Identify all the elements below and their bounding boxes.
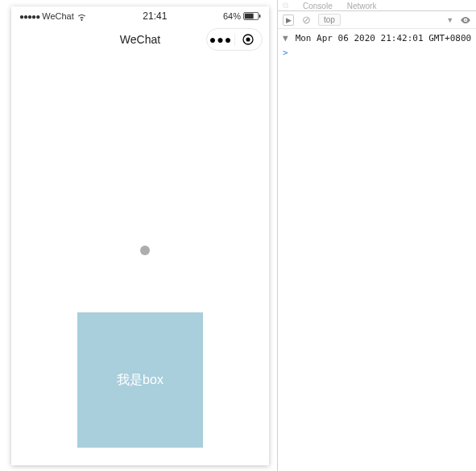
phone-simulator: ●●●●● WeChat 21:41 64% WeChat — [11, 6, 269, 465]
menu-button[interactable]: ●●● — [207, 33, 234, 46]
tab-console[interactable]: Console — [303, 2, 333, 10]
close-button[interactable] — [234, 33, 262, 46]
status-bar: ●●●●● WeChat 21:41 64% — [11, 6, 269, 24]
console-log-text: Mon Apr 06 2020 21:42:01 GMT+0800 — [296, 33, 472, 43]
prompt-icon: > — [283, 48, 288, 58]
run-button[interactable]: ▶ — [283, 14, 294, 26]
collapse-icon[interactable]: ▼ — [283, 32, 290, 45]
box-element[interactable]: 我是box — [77, 312, 203, 448]
console-prompt[interactable]: > — [283, 47, 471, 60]
box-label: 我是box — [117, 372, 163, 389]
status-left: ●●●●● WeChat — [19, 11, 87, 22]
filter-dropdown[interactable]: ▼ — [446, 16, 453, 24]
capsule-button: ●●● — [206, 28, 263, 51]
console-log-line: ▼ Mon Apr 06 2020 21:42:01 GMT+0800 — [283, 32, 471, 45]
live-expression-button[interactable] — [460, 14, 471, 26]
svg-rect-1 — [245, 14, 254, 19]
clear-console-button[interactable]: ⊘ — [300, 14, 312, 26]
status-right: 64% — [223, 11, 261, 21]
clear-icon: ⊘ — [302, 14, 311, 26]
battery-pct-label: 64% — [223, 11, 241, 21]
clock-label: 21:41 — [143, 10, 167, 22]
play-icon: ▶ — [286, 16, 292, 24]
target-icon — [242, 33, 255, 46]
context-select[interactable]: top — [318, 14, 341, 26]
console-body[interactable]: ▼ Mon Apr 06 2020 21:42:01 GMT+0800 > — [278, 29, 476, 471]
tab-elements-icon[interactable]: ⧉ — [283, 1, 288, 10]
tab-network[interactable]: Network — [347, 2, 377, 10]
svg-rect-2 — [259, 14, 261, 18]
page-content: 我是box — [11, 55, 269, 465]
menu-dots-icon: ●●● — [209, 33, 232, 46]
carrier-label: WeChat — [42, 11, 74, 21]
devtools-panel: ⧉ Console Network ▶ ⊘ top ▼ ▼ Mon Apr 06… — [277, 0, 476, 471]
console-toolbar: ▶ ⊘ top ▼ — [278, 11, 476, 29]
devtools-tabs: ⧉ Console Network — [278, 0, 476, 11]
signal-icon: ●●●●● — [19, 12, 39, 21]
capsule-separator — [234, 33, 235, 46]
wifi-icon — [77, 11, 87, 22]
loading-dot — [140, 246, 150, 255]
svg-point-4 — [246, 37, 250, 41]
battery-icon — [243, 12, 261, 20]
nav-bar: WeChat ●●● — [11, 24, 269, 55]
